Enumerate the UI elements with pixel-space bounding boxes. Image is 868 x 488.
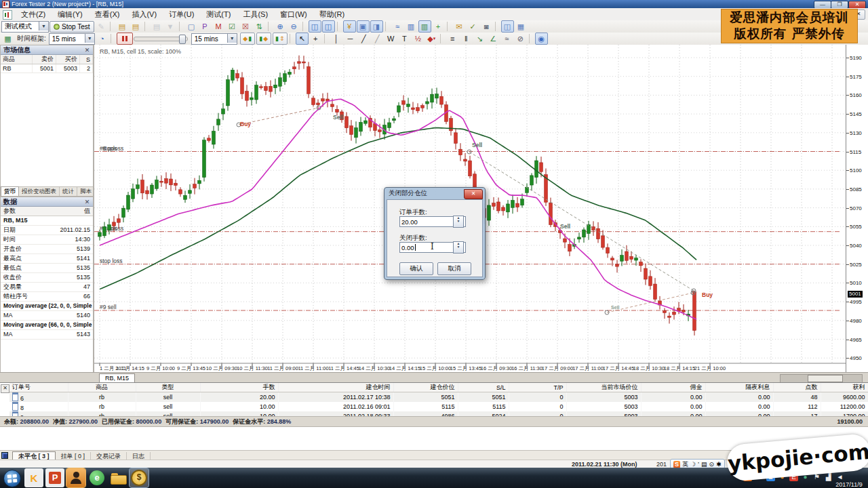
menu-item-Z[interactable]: 文件(Z) [15, 8, 52, 20]
chart-add-icon[interactable]: ▦ [1, 33, 14, 45]
step-pause-icon[interactable]: ▮⇕ [273, 33, 288, 45]
test-mode-select[interactable]: 测试模式 ▼ [1, 21, 49, 33]
account-history-icon[interactable]: ¥ [343, 20, 356, 33]
chart-mode-icon[interactable]: ◫ [309, 20, 321, 33]
pointer-tool-icon[interactable]: ↖ [296, 33, 309, 45]
menu-item-T[interactable]: 测试(T) [200, 8, 237, 20]
vertical-line-tool-icon[interactable]: │ [330, 33, 343, 45]
close-icon[interactable]: ✕ [83, 46, 92, 55]
project-m-icon[interactable]: M [212, 20, 225, 33]
chevron-down-icon[interactable]: ▼ [85, 34, 94, 43]
arrow-mark-icon[interactable]: ↘ [473, 33, 486, 45]
doc-check-icon[interactable]: ☑ [226, 20, 239, 33]
step-timeframe-select[interactable]: 15 mins ▼ [191, 33, 237, 45]
copy-icon[interactable]: ▤ [116, 20, 129, 33]
zoom-in-icon[interactable]: ⊕ [274, 20, 287, 33]
project-p-icon[interactable]: P [199, 20, 212, 33]
refresh-icon[interactable]: ⇅ [253, 20, 266, 33]
data-table-icon[interactable]: ▦ [515, 20, 528, 33]
taskbar-360-browser-icon[interactable]: e [87, 468, 106, 487]
strategies-icon[interactable]: ▣ [357, 20, 370, 33]
summary-label: 保证金水平: [233, 418, 265, 425]
trendline-tool-icon[interactable]: ╱ [357, 33, 370, 45]
market-tab-3[interactable]: 脚本 [77, 187, 95, 196]
market-tab-0[interactable]: 货币 [1, 186, 19, 196]
svg-text:18 二月 14:15: 18 二月 14:15 [664, 365, 695, 371]
globe-icon[interactable]: ◔ [96, 33, 108, 45]
step-forward-icon[interactable]: ▮◆ [256, 33, 271, 45]
zoom-out-icon[interactable]: ⊖ [288, 20, 300, 33]
open-positions-icon[interactable]: ▥ [418, 20, 431, 33]
edit-pencil-icon[interactable]: ✎ [95, 20, 108, 33]
add-indicator-icon[interactable]: + [432, 20, 445, 33]
axis-tick [846, 264, 849, 265]
confirm-button[interactable]: 确认 [399, 262, 433, 275]
order-row[interactable]: 6rbsell20.002011.02.17 10:38505150510500… [9, 392, 868, 403]
pause-button[interactable] [117, 33, 133, 45]
scrollbar-thumb[interactable] [808, 375, 843, 382]
slider-handle[interactable] [179, 35, 186, 44]
cancel-button[interactable]: 取消 [437, 262, 471, 275]
script-check-icon[interactable]: ✓ [467, 20, 479, 33]
hlines-set-icon[interactable]: ≡ [446, 33, 459, 45]
menu-item-U[interactable]: 订单(U) [163, 8, 200, 20]
taskbar-folder-icon[interactable] [108, 468, 127, 487]
market-row[interactable]: RB500150032 [1, 64, 93, 73]
speed-slider[interactable] [134, 37, 188, 41]
taskbar-avatar-icon[interactable] [66, 468, 85, 487]
wave-tool-icon[interactable]: W [384, 33, 397, 45]
taskbar-powerpoint-icon[interactable]: P [45, 468, 64, 487]
taskbar-finance-icon[interactable]: $ [130, 468, 149, 487]
dialog-close-button[interactable]: ✕ [464, 189, 483, 199]
market-tab-2[interactable]: 统计 [60, 187, 77, 196]
order-row[interactable]: 8rbsell10.002011.02.16 09:01511551150500… [9, 402, 868, 411]
shapes-tool-icon[interactable]: ◆▾ [425, 33, 438, 45]
column-header: 佣金 [641, 383, 705, 392]
cell: 0.00 [641, 392, 705, 403]
step-back-icon[interactable]: ◆▮ [240, 33, 255, 45]
doc-close-icon[interactable]: ☒ [239, 20, 252, 33]
eraser-tool-icon[interactable]: ⊘ [514, 33, 527, 45]
layout-icon[interactable]: ◫ [501, 20, 514, 33]
order-lots-spinner[interactable]: ▲▼ [453, 216, 464, 228]
menu-item-V[interactable]: 插入(V) [125, 8, 163, 20]
fibo-tool-icon[interactable]: ½ [412, 33, 425, 45]
chevron-down-icon[interactable]: ▼ [39, 22, 48, 30]
menu-item-W[interactable]: 窗口(W) [274, 8, 313, 20]
chevron-down-icon[interactable]: ▾ [433, 36, 436, 41]
paste-icon[interactable]: ▤ [130, 20, 142, 33]
paste-chart-icon[interactable]: ▼ [164, 20, 177, 33]
chart-sync-icon[interactable]: ◫ [322, 20, 335, 33]
new-document-icon[interactable]: ▢ [185, 20, 198, 33]
market-tab-1[interactable]: 报价变动图表 [19, 187, 60, 196]
sync-scroll-icon[interactable]: ◉ [535, 33, 548, 45]
chart-tab[interactable]: RB, M15 [99, 373, 135, 383]
vlines-set-icon[interactable]: ‖ [460, 33, 473, 45]
notes-icon[interactable]: ✉ [453, 20, 466, 33]
close-icon[interactable]: ✕ [1, 384, 9, 393]
column-header: 隔夜利息 [705, 383, 773, 392]
price-tick-label: 4995 [850, 299, 862, 305]
menu-item-R[interactable]: 帮助(R) [313, 8, 351, 20]
close-icon[interactable]: ✕ [83, 198, 92, 207]
stop-test-button[interactable]: Stop Test [50, 21, 94, 33]
menu-item-Y[interactable]: 编辑(Y) [52, 8, 89, 20]
equity-curve-icon[interactable]: ≈ [391, 20, 404, 33]
menu-item-S[interactable]: 工具(S) [237, 8, 274, 20]
horizontal-line-tool-icon[interactable]: ─ [344, 33, 357, 45]
copy-chart-icon[interactable]: ▤ [151, 20, 163, 33]
close-lots-spinner[interactable]: ▲▼ [453, 241, 464, 253]
text-tool-icon[interactable]: T [398, 33, 411, 45]
camera-icon[interactable]: ◙ [480, 20, 493, 33]
crosshair-tool-icon[interactable]: + [309, 33, 322, 45]
channel-tool-icon[interactable]: ≈ [500, 33, 513, 45]
start-button[interactable] [3, 470, 21, 487]
panels-icon[interactable]: ◨ [370, 20, 383, 33]
ray-tool-icon[interactable]: ╱ [371, 33, 384, 45]
menu-item-X[interactable]: 查看(X) [89, 8, 126, 20]
taskbar-k-app-icon[interactable]: K [24, 468, 43, 487]
timeframe-select[interactable]: 15 mins ▼ [49, 33, 95, 45]
stats-bars-icon[interactable]: ▥ [405, 20, 418, 33]
angle-tool-icon[interactable]: ∠ [487, 33, 500, 45]
chevron-down-icon[interactable]: ▼ [227, 34, 237, 43]
